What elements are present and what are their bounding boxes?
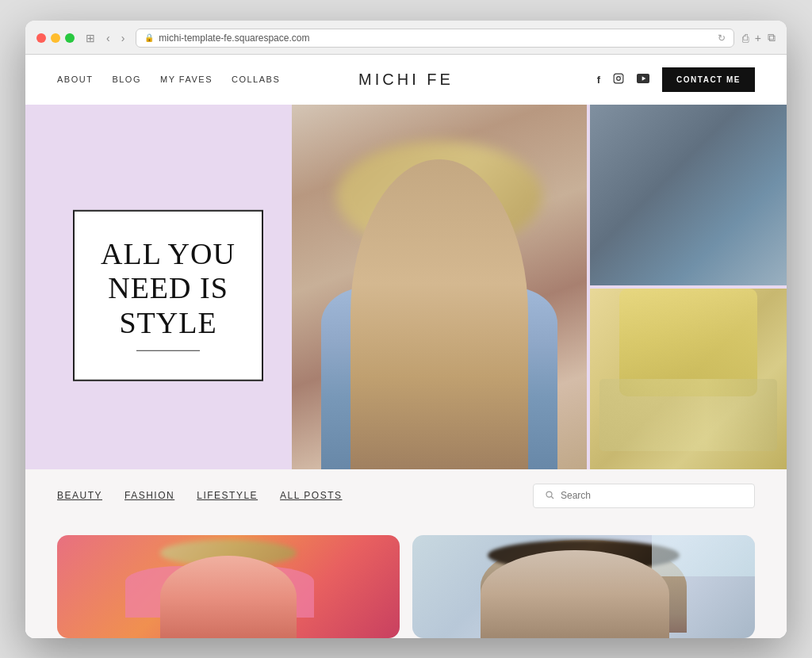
tagline-line2: NEED IS bbox=[108, 271, 228, 304]
nav-link-blog[interactable]: BLOG bbox=[112, 75, 141, 84]
nav-link-collabs[interactable]: COLLABS bbox=[232, 75, 280, 84]
close-button[interactable] bbox=[36, 33, 46, 43]
search-bar bbox=[533, 484, 755, 508]
tagline-line1: ALL YOU bbox=[101, 236, 236, 270]
svg-rect-0 bbox=[614, 74, 623, 83]
filter-section: BEAUTY FASHION LIFESTYLE ALL POSTS bbox=[25, 469, 787, 522]
tagline-line3: STYLE bbox=[119, 306, 216, 339]
browser-actions: ⎙ + ⧉ bbox=[742, 31, 776, 44]
youtube-icon[interactable] bbox=[637, 73, 649, 86]
forward-button[interactable]: › bbox=[118, 30, 128, 46]
site-logo: MICHI FE bbox=[358, 71, 454, 89]
tagline-underline bbox=[136, 350, 200, 350]
search-icon bbox=[545, 490, 554, 502]
share-button[interactable]: ⎙ bbox=[742, 32, 749, 44]
filter-tab-all-posts[interactable]: ALL POSTS bbox=[280, 490, 342, 501]
post-card-2[interactable] bbox=[412, 535, 755, 638]
filter-tab-lifestyle[interactable]: LIFESTYLE bbox=[197, 490, 258, 501]
hero-section: ALL YOU NEED IS STYLE bbox=[25, 105, 787, 469]
svg-point-5 bbox=[546, 492, 552, 497]
hero-side-images bbox=[590, 105, 787, 469]
browser-controls: ⊞ ‹ › bbox=[82, 30, 128, 46]
hero-bottom-image bbox=[590, 289, 787, 469]
refresh-icon[interactable]: ↻ bbox=[718, 33, 726, 44]
svg-point-1 bbox=[617, 76, 621, 80]
svg-point-2 bbox=[621, 75, 622, 76]
minimize-button[interactable] bbox=[51, 33, 60, 43]
traffic-lights bbox=[36, 33, 75, 43]
tagline-text: ALL YOU NEED IS STYLE bbox=[97, 236, 239, 340]
filter-tabs: BEAUTY FASHION LIFESTYLE ALL POSTS bbox=[57, 490, 342, 501]
facebook-icon[interactable]: f bbox=[597, 74, 600, 86]
filter-tab-beauty[interactable]: BEAUTY bbox=[57, 490, 102, 501]
hero-top-image bbox=[590, 105, 787, 285]
nav-left: ABOUT BLOG MY FAVES COLLABS bbox=[57, 75, 280, 84]
search-input[interactable] bbox=[561, 490, 743, 501]
svg-line-6 bbox=[551, 496, 553, 499]
address-bar[interactable]: 🔒 michi-template-fe.squarespace.com ↻ bbox=[136, 29, 733, 48]
hero-main-image bbox=[292, 105, 587, 469]
site-nav: ABOUT BLOG MY FAVES COLLABS MICHI FE f bbox=[25, 55, 787, 105]
maximize-button[interactable] bbox=[65, 33, 75, 43]
lock-icon: 🔒 bbox=[144, 33, 154, 42]
new-tab-button[interactable]: + bbox=[755, 32, 761, 44]
browser-window: ⊞ ‹ › 🔒 michi-template-fe.squarespace.co… bbox=[25, 21, 787, 638]
nav-link-my-faves[interactable]: MY FAVES bbox=[160, 75, 213, 84]
post-card-1[interactable] bbox=[57, 535, 400, 638]
duplicate-tab-button[interactable]: ⧉ bbox=[768, 31, 776, 44]
instagram-icon[interactable] bbox=[613, 73, 624, 86]
browser-chrome: ⊞ ‹ › 🔒 michi-template-fe.squarespace.co… bbox=[25, 21, 787, 55]
sidebar-toggle-button[interactable]: ⊞ bbox=[82, 30, 98, 46]
back-button[interactable]: ‹ bbox=[103, 30, 113, 46]
nav-right: f CONTACT ME bbox=[597, 67, 755, 92]
nav-link-about[interactable]: ABOUT bbox=[57, 75, 93, 84]
filter-tab-fashion[interactable]: FASHION bbox=[124, 490, 174, 501]
tagline-box: ALL YOU NEED IS STYLE bbox=[73, 209, 263, 381]
site-content: ABOUT BLOG MY FAVES COLLABS MICHI FE f bbox=[25, 55, 787, 638]
hero-images bbox=[292, 105, 787, 469]
contact-button[interactable]: CONTACT ME bbox=[662, 67, 755, 92]
url-text: michi-template-fe.squarespace.com bbox=[159, 33, 309, 44]
posts-grid bbox=[25, 522, 787, 638]
